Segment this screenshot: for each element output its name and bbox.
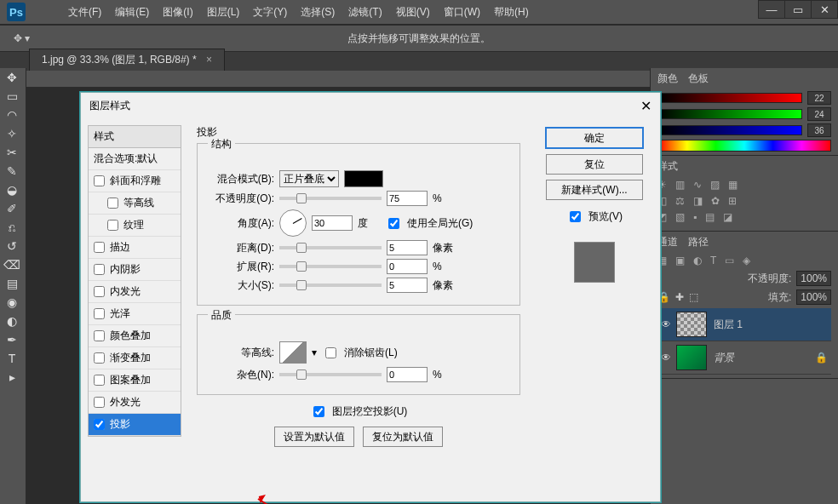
threshold-icon[interactable]: ▪ [693, 211, 697, 223]
layer-thumb[interactable] [676, 312, 707, 337]
antialias-checkbox[interactable] [325, 347, 336, 358]
filter-smart-icon[interactable]: ◈ [743, 255, 750, 266]
bw-icon[interactable]: ◨ [693, 195, 703, 207]
menu-layer[interactable]: 图层(L) [207, 5, 240, 20]
effect-texture[interactable]: 纹理 [89, 215, 181, 237]
effect-bevel[interactable]: 斜面和浮雕 [89, 170, 181, 192]
path-select-tool-icon[interactable]: ▸ [0, 368, 24, 387]
angle-input[interactable] [312, 215, 353, 231]
brush-tool-icon[interactable]: ✐ [0, 199, 24, 218]
cancel-button[interactable]: 复位 [546, 154, 643, 175]
r-value[interactable]: 22 [807, 91, 831, 105]
dodge-tool-icon[interactable]: ◐ [0, 312, 24, 330]
ok-button[interactable]: 确定 [545, 127, 644, 149]
reset-default-button[interactable]: 复位为默认值 [363, 427, 443, 447]
layer-row-bg[interactable]: 👁 背景 🔒 [657, 341, 831, 375]
menu-help[interactable]: 帮助(H) [494, 5, 529, 20]
effect-gradient-overlay[interactable]: 渐变叠加 [89, 347, 181, 369]
menu-select[interactable]: 选择(S) [301, 5, 335, 20]
paths-tab[interactable]: 路径 [688, 235, 709, 249]
filter-type-icon[interactable]: T [710, 255, 716, 266]
opacity-slider[interactable] [279, 197, 382, 200]
close-tab-icon[interactable]: × [206, 54, 212, 66]
r-slider[interactable] [657, 93, 802, 103]
effect-drop-shadow[interactable]: 投影 [89, 414, 181, 436]
dropshadow-checkbox[interactable] [94, 419, 105, 430]
visibility-icon[interactable]: 👁 [661, 352, 671, 364]
exposure-icon[interactable]: ▨ [710, 179, 720, 191]
menu-edit[interactable]: 编辑(E) [115, 5, 149, 20]
b-slider[interactable] [657, 125, 802, 135]
layer-name-1[interactable]: 图层 1 [714, 318, 743, 332]
spread-slider[interactable] [279, 265, 382, 268]
gradoverlay-checkbox[interactable] [94, 352, 105, 364]
shadow-color-swatch[interactable] [344, 170, 383, 187]
history-brush-tool-icon[interactable]: ↺ [0, 237, 24, 255]
knockout-checkbox[interactable] [313, 406, 324, 417]
blend-mode-select[interactable]: 正片叠底 [279, 170, 339, 187]
visibility-icon[interactable]: 👁 [661, 318, 671, 330]
filter-pixel-icon[interactable]: ▣ [675, 255, 685, 266]
eyedropper-tool-icon[interactable]: ✎ [0, 162, 24, 180]
innerglow-checkbox[interactable] [94, 286, 105, 297]
window-close-icon[interactable]: ✕ [811, 0, 838, 19]
effect-outer-glow[interactable]: 外发光 [89, 392, 181, 414]
blur-tool-icon[interactable]: ◉ [0, 293, 24, 312]
effect-inner-shadow[interactable]: 内阴影 [89, 259, 181, 281]
distance-slider[interactable] [279, 246, 382, 249]
effect-satin[interactable]: 光泽 [89, 303, 181, 325]
satin-checkbox[interactable] [94, 308, 105, 319]
crop-tool-icon[interactable]: ✂ [0, 143, 24, 162]
wand-tool-icon[interactable]: ✧ [0, 124, 24, 143]
menu-window[interactable]: 窗口(W) [444, 5, 480, 20]
outerglow-checkbox[interactable] [94, 397, 105, 408]
fill-value[interactable]: 100% [796, 289, 831, 305]
effect-inner-glow[interactable]: 内发光 [89, 281, 181, 303]
layer-thumb-bg[interactable] [676, 345, 707, 370]
filter-adj-icon[interactable]: ◐ [693, 255, 702, 266]
effect-pattern-overlay[interactable]: 图案叠加 [89, 369, 181, 392]
b-value[interactable]: 36 [807, 123, 831, 137]
window-minimize-icon[interactable]: — [758, 0, 785, 19]
heal-tool-icon[interactable]: ◒ [0, 180, 24, 199]
effect-contour[interactable]: 等高线 [89, 192, 181, 215]
mixer-icon[interactable]: ⊞ [728, 195, 737, 207]
innershadow-checkbox[interactable] [94, 264, 105, 275]
lock-pixels-icon[interactable]: ✚ [675, 291, 684, 303]
stroke-checkbox[interactable] [94, 242, 105, 253]
angle-dial[interactable] [279, 209, 307, 237]
levels-icon[interactable]: ▥ [675, 179, 685, 191]
menu-view[interactable]: 视图(V) [396, 5, 430, 20]
new-style-button[interactable]: 新建样式(W)... [546, 180, 643, 200]
distance-input[interactable] [387, 240, 428, 255]
global-light-checkbox[interactable] [388, 218, 399, 229]
noise-slider[interactable] [279, 373, 382, 376]
hue-strip[interactable] [657, 140, 831, 152]
opacity-input[interactable] [387, 191, 428, 206]
type-tool-icon[interactable]: T [0, 349, 24, 368]
effect-color-overlay[interactable]: 颜色叠加 [89, 325, 181, 347]
vibrance-icon[interactable]: ▦ [728, 179, 738, 191]
filter-shape-icon[interactable]: ▭ [725, 255, 734, 266]
contour-dropdown-icon[interactable]: ▾ [312, 346, 317, 358]
poster-icon[interactable]: ▧ [675, 211, 685, 223]
layer-name-bg[interactable]: 背景 [714, 351, 734, 365]
color-tab[interactable]: 颜色 [657, 72, 678, 86]
swatches-tab[interactable]: 色板 [688, 72, 709, 86]
document-tab[interactable]: 1.jpg @ 33.3% (图层 1, RGB/8#) * × [29, 49, 225, 71]
effect-stroke[interactable]: 描边 [89, 237, 181, 259]
lasso-tool-icon[interactable]: ◠ [0, 106, 24, 124]
curves-icon[interactable]: ∿ [693, 179, 702, 191]
menu-image[interactable]: 图像(I) [163, 5, 192, 20]
stamp-tool-icon[interactable]: ⎌ [0, 218, 24, 237]
tool-options-icon[interactable]: ✥ ▾ [14, 32, 30, 44]
make-default-button[interactable]: 设置为默认值 [274, 427, 354, 447]
opacity-value[interactable]: 100% [796, 271, 831, 286]
move-tool-icon[interactable]: ✥ [0, 68, 24, 87]
gradient-tool-icon[interactable]: ▤ [0, 274, 24, 293]
g-slider[interactable] [657, 109, 802, 119]
marquee-tool-icon[interactable]: ▭ [0, 87, 24, 106]
selcolor-icon[interactable]: ◪ [723, 211, 732, 223]
coloroverlay-checkbox[interactable] [94, 330, 105, 341]
balance-icon[interactable]: ⚖ [675, 195, 685, 207]
